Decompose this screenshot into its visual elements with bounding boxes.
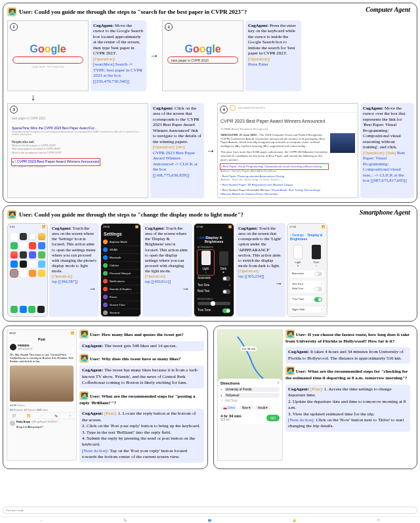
panel-title: Smartphone Agent (360, 209, 410, 216)
app-icon[interactable] (20, 270, 27, 277)
user-question-row: 🧑‍💻 User: Could you guide me through the… (7, 7, 413, 16)
drive-chip[interactable]: 🚗 Drive (220, 406, 238, 410)
step-3: 3 best paper in CVPR 2023 SparseTime Win… (7, 103, 204, 198)
app-icon[interactable] (20, 233, 27, 240)
from-field[interactable]: University of Florida (224, 387, 280, 392)
settings-item[interactable]: Focus (101, 293, 140, 301)
callout-1: CogAgent: Move the cursor to the Google … (91, 20, 146, 91)
user-avatar-icon: 🧑‍💻 (79, 391, 89, 400)
settings-item[interactable]: Cellular (101, 262, 140, 270)
screenshot-google-home: 1 Google Google Search I'm Feeling Lucky (7, 20, 89, 91)
app-icon[interactable] (20, 261, 27, 268)
bold-toggle[interactable] (222, 289, 230, 294)
bookmark-icon[interactable]: 🔖 (54, 414, 58, 417)
smartphone-steps: 9:41📶 (7, 223, 413, 317)
user-avatar-icon: 🧑‍💻 (7, 7, 16, 16)
retweet-icon[interactable]: 🔁 (27, 414, 30, 417)
settings-item[interactable]: Sounds & Haptics (101, 285, 140, 293)
settings-icon[interactable] (10, 270, 18, 277)
light-option[interactable]: Light ○ (198, 250, 214, 275)
callout-settings: CogAgent: Touch the area on the screen w… (49, 223, 99, 317)
callout-light: CogAgent: Touch the area on the screen t… (236, 223, 285, 317)
best-paper-link[interactable]: • Best Paper: Visual Programming: Compos… (220, 164, 328, 169)
arrow-icon: → (206, 103, 215, 198)
settings-item[interactable]: Airplane Mode (101, 238, 140, 246)
app-icon[interactable] (38, 261, 45, 268)
app-icon[interactable] (38, 242, 45, 249)
dock-messages-icon[interactable] (28, 306, 35, 313)
user-question-row: 🧑‍💻 User: Could you guide me through the… (7, 210, 413, 219)
app-icon[interactable] (10, 233, 18, 240)
phone-display-light: 17:56📶 ‹ Settings Display & Brightness L… (287, 223, 327, 317)
reply-icon[interactable]: 💬 (12, 414, 16, 417)
app-icon[interactable] (10, 261, 18, 268)
step-4: 4 THE COMPUTER SOCIETY CVPR 2023 Best Pa… (217, 103, 414, 198)
avatar-icon (10, 344, 16, 350)
user-avatar-icon: 🧑‍💻 (285, 329, 295, 339)
conference-photo (330, 133, 355, 153)
app-icon[interactable] (29, 233, 36, 240)
now-chip[interactable]: Now ▾ (240, 406, 253, 410)
google-logo: Google (163, 43, 243, 55)
app-icon[interactable] (38, 251, 45, 259)
callout-4: CogAgent: Move the cursor over the box t… (360, 103, 414, 198)
screenshot-google-results: 3 best paper in CVPR 2023 SparseTime Win… (7, 103, 148, 198)
app-icon[interactable] (10, 242, 18, 249)
go-button[interactable]: GO (266, 415, 280, 421)
result-link[interactable]: ▸ I.CVPR 2023 Best Paper Award Winners A… (12, 159, 100, 165)
user-question: User: Could you guide me through the ste… (19, 211, 243, 218)
search-input[interactable] (13, 57, 83, 63)
callout-display: CogAgent: Touch the area of the screen w… (142, 223, 192, 317)
settings-item[interactable]: General (101, 309, 140, 317)
automatic-toggle[interactable] (314, 272, 322, 276)
automatic-toggle[interactable] (222, 276, 230, 281)
page-headline: CVPR 2023 Best Paper Award Winners Annou… (220, 118, 355, 125)
to-field[interactable]: Hollywood (224, 393, 280, 398)
arrow-icon: ↓ (31, 93, 35, 103)
like-icon[interactable]: ♡ (41, 414, 43, 417)
light-option[interactable]: Light● (290, 245, 306, 267)
app-icon[interactable] (20, 242, 27, 249)
share-icon[interactable]: ↗ (69, 414, 71, 417)
settings-item[interactable]: Notifications (101, 278, 140, 285)
truetone-toggle[interactable] (222, 308, 230, 313)
dock-phone-icon[interactable] (10, 306, 18, 313)
settings-item[interactable]: Screen Time (101, 301, 140, 309)
user-avatar-icon: 🧑‍💻 (79, 354, 89, 363)
user-avatar-icon: 🧑‍💻 (7, 210, 16, 219)
user-avatar-icon: 🧑‍💻 (79, 329, 89, 339)
user-avatar-icon: 🧑‍💻 (285, 366, 295, 375)
app-icon[interactable] (29, 261, 36, 268)
panel-tweet: 10:42📶 Post FRIENDS@FriendsTV Oh. My. Ga… (3, 325, 208, 469)
step-2: 2 Google best paper in CVPR 2023 CogAgen… (162, 20, 301, 91)
app-icon[interactable] (20, 251, 27, 259)
app-icon[interactable] (29, 270, 36, 277)
dark-option[interactable]: Dark ● (217, 250, 230, 275)
dark-option[interactable]: Dark○ (308, 245, 324, 267)
tweet-screenshot: 10:42📶 Post FRIENDS@FriendsTV Oh. My. Ga… (7, 329, 77, 461)
step-num: 1 (10, 23, 18, 31)
app-icon[interactable] (29, 242, 36, 249)
add-stop[interactable]: Add Stop (225, 399, 238, 402)
step-num: 3 (10, 106, 18, 114)
close-icon[interactable]: ✕ (277, 381, 280, 385)
settings-item[interactable]: Bluetooth (101, 254, 140, 262)
directions-title: Directions (220, 381, 280, 385)
bold-toggle[interactable] (314, 287, 322, 291)
app-icon[interactable] (10, 251, 18, 259)
app-icon[interactable] (38, 233, 45, 240)
bottom-row: 10:42📶 Post FRIENDS@FriendsTV Oh. My. Ga… (0, 324, 420, 472)
search-input[interactable]: best paper in CVPR 2023 (168, 57, 238, 63)
dock-safari-icon[interactable] (20, 306, 27, 313)
avoid-chip[interactable]: Avoid ▾ (255, 406, 270, 410)
dock-camera-icon[interactable] (37, 306, 45, 313)
settings-item[interactable]: Personal Hotspot (101, 270, 140, 278)
step-num: 4 (220, 106, 228, 114)
app-icon[interactable] (29, 251, 36, 259)
settings-item[interactable]: WLAN (101, 246, 140, 254)
phone-display-dark: 17:56📶 ‹ Settings Display & Brightness A… (194, 223, 234, 317)
step-1: 1 Google Google Search I'm Feeling Lucky… (7, 20, 146, 91)
callout-2: CogAgent: Press the enter key on the key… (245, 20, 301, 91)
app-icon[interactable] (38, 270, 45, 277)
truetone-toggle[interactable] (314, 297, 322, 302)
